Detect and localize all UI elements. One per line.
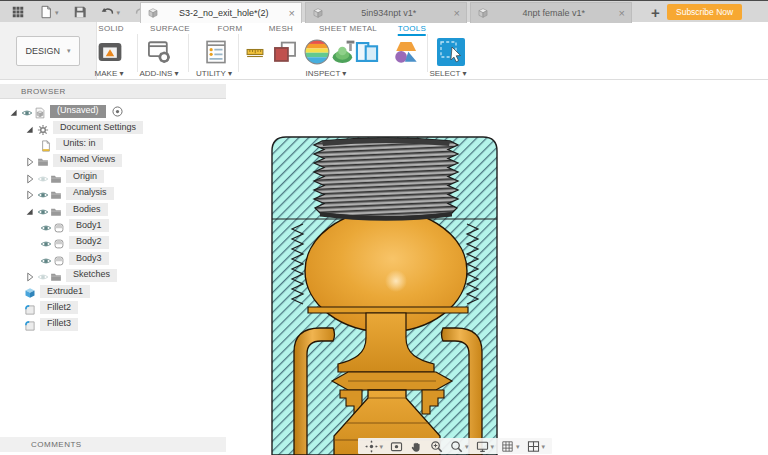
file-new-button[interactable]: ▾ [39,4,59,20]
tree-item-unsaved[interactable]: (Unsaved) [0,103,226,119]
save-button[interactable] [73,4,87,20]
subscribe-button[interactable]: Subscribe Now [667,4,742,20]
utility-button[interactable] [202,37,230,67]
inspect-group-label[interactable]: INSPECT ▾ [306,69,347,78]
tree-item-bodies[interactable]: Bodies [0,201,226,217]
chevron-down-icon: ▾ [542,443,546,450]
tree-item-label[interactable]: Document Settings [53,121,143,134]
close-tab-icon[interactable]: × [289,8,295,19]
viewports-button[interactable]: ▾ [523,440,549,453]
chevron-right-icon[interactable] [210,439,221,450]
grid-button[interactable]: ▾ [498,440,524,453]
tree-item-label[interactable]: Body1 [69,219,109,232]
tree-item-label[interactable]: Fillet3 [40,318,78,331]
shapes-button[interactable] [392,37,420,67]
addins-group-label[interactable]: ADD-INS ▾ [139,69,178,78]
pan-button[interactable] [407,440,427,453]
close-tab-icon[interactable]: × [619,8,625,19]
ribbon-tab-surface[interactable]: SURFACE [150,24,190,34]
group-divider [137,34,138,72]
orbit-icon [365,440,378,453]
measure-button[interactable] [245,37,265,67]
chevron-down-icon: ▾ [117,9,121,16]
interference-button[interactable] [271,37,299,67]
panel-options-icon[interactable] [199,86,210,97]
document-tab-s3-2-no-exit-hole-2[interactable]: S3-2_no_exit_hole*(2)× [140,2,302,23]
tree-item-label[interactable]: Sketches [66,269,117,282]
addins-button[interactable] [145,37,173,67]
visibility-eye-icon[interactable] [37,204,50,216]
model-thread-plug[interactable] [314,138,458,217]
visibility-eye-off-icon[interactable] [37,171,50,183]
undo-button[interactable]: ▾ [101,4,121,20]
tree-item-fillet2[interactable]: Fillet2 [0,300,226,316]
panel-options-icon[interactable] [199,439,210,450]
tree-item-body3[interactable]: Body3 [0,251,226,267]
tree-item-label[interactable]: Analysis [66,187,114,200]
visibility-eye-icon[interactable] [37,187,50,199]
curvature-button[interactable] [302,37,332,67]
tree-item-analysis[interactable]: Analysis [0,185,226,201]
tree-item-fillet3[interactable]: Fillet3 [0,316,226,332]
visibility-eye-icon[interactable] [40,220,53,232]
frames-button[interactable] [353,37,380,67]
ribbon-tab-tools[interactable]: TOOLS [398,24,426,36]
tree-item-named-views[interactable]: Named Views [0,152,226,168]
document-tab-5in934npt-v1[interactable]: 5in934npt v1*× [305,2,467,23]
visibility-eye-icon[interactable] [40,236,53,248]
ribbon-tab-sheet-metal[interactable]: SHEET METAL [319,24,377,34]
make-group-label[interactable]: MAKE ▾ [95,69,124,78]
expander-closed-icon[interactable] [24,154,37,166]
utility-group-label[interactable]: UTILITY ▾ [196,69,232,78]
comments-panel[interactable]: COMMENTS [0,437,226,452]
orbit-button[interactable]: ▾ [361,440,387,453]
new-tab-button[interactable]: + [644,1,667,23]
tree-item-label[interactable]: (Unsaved) [50,105,106,118]
expander-closed-icon[interactable] [24,187,37,199]
app-grid-button[interactable] [11,4,25,20]
expander-closed-icon[interactable] [24,269,37,281]
ribbon-tab-mesh[interactable]: MESH [269,24,293,34]
select-button[interactable] [436,37,466,67]
utility-icon [203,39,229,65]
zoom-in-button[interactable] [427,440,447,453]
select-group-label[interactable]: SELECT ▾ [429,69,466,78]
tree-item-label[interactable]: Named Views [53,154,122,167]
visibility-eye-off-icon[interactable] [37,269,50,281]
ribbon-tab-solid[interactable]: SOLID [98,24,124,34]
expander-open-icon[interactable] [24,204,37,216]
look-at-button[interactable] [387,440,407,453]
tree-item-extrude1[interactable]: Extrude1 [0,283,226,299]
close-tab-icon[interactable]: × [454,8,460,19]
tree-item-document-settings[interactable]: Document Settings [0,119,226,135]
folder-icon [50,187,63,199]
make-button[interactable] [96,37,124,67]
tree-item-label[interactable]: Bodies [66,203,108,216]
tree-item-body2[interactable]: Body2 [0,234,226,250]
tree-item-label[interactable]: Fillet2 [40,301,78,314]
tree-item-sketches[interactable]: Sketches [0,267,226,283]
display-button[interactable]: ▾ [472,440,498,453]
fit-button[interactable]: ▾ [447,440,473,453]
browser-header[interactable]: BROWSER [0,84,226,99]
document-tab-4npt-female-v1[interactable]: 4npt female v1*× [470,2,632,23]
feedback-chat-icon[interactable] [749,4,765,20]
expander-open-icon[interactable] [24,122,37,134]
expander-open-icon[interactable] [8,105,21,117]
tree-item-units-in[interactable]: Units: in [0,136,226,152]
tree-item-body1[interactable]: Body1 [0,218,226,234]
model-deflector-disc[interactable] [308,307,468,313]
ribbon-tab-form[interactable]: FORM [218,24,243,34]
tree-item-label[interactable]: Origin [66,170,104,183]
tree-item-label[interactable]: Body3 [69,252,109,265]
chevron-right-icon[interactable] [210,86,221,97]
tree-item-origin[interactable]: Origin [0,169,226,185]
tree-item-label[interactable]: Extrude1 [40,285,90,298]
visibility-eye-icon[interactable] [21,105,34,117]
tree-item-label[interactable]: Body2 [69,236,109,249]
expander-closed-icon[interactable] [24,171,37,183]
ground-icon[interactable] [111,105,124,118]
collapse-panel-icon[interactable] [5,86,16,97]
tree-item-label[interactable]: Units: in [56,138,103,151]
visibility-eye-icon[interactable] [40,253,53,265]
